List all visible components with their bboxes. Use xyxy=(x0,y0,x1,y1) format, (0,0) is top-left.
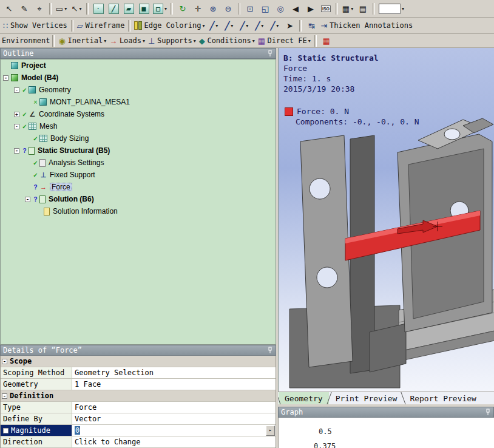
tree-item-project[interactable]: Project xyxy=(1,59,276,72)
property-value[interactable]: Vector xyxy=(72,413,276,424)
edge-mesh-icon[interactable]: ╱ xyxy=(222,19,236,32)
reset-annotation-icon[interactable]: ↹ xyxy=(304,19,319,32)
tree-item-mesh[interactable]: - ✓ Mesh xyxy=(1,120,276,132)
collapse-toggle[interactable]: - xyxy=(14,87,19,93)
manage-views-icon[interactable]: ▤ xyxy=(356,2,370,15)
supports-button[interactable]: ⊥ Supports xyxy=(147,35,197,47)
details-category-definition[interactable]: - Definition xyxy=(1,390,276,402)
tree-item-fixed-support[interactable]: ✓ ⊥ Fixed Support xyxy=(1,169,276,181)
inertial-button[interactable]: ◉ Inertial xyxy=(57,35,107,47)
details-row-magnitude[interactable]: Magnitude 0 ▸ xyxy=(1,425,276,436)
property-value[interactable]: Click to Change xyxy=(72,436,276,447)
pick-mode-icon[interactable]: ↖ xyxy=(69,2,84,15)
worksheet-icon[interactable]: ▦ xyxy=(319,35,334,47)
graph-plot-area[interactable]: 0.5 0.375 xyxy=(278,418,494,448)
collapse-toggle[interactable]: - xyxy=(25,197,30,202)
wireframe-button[interactable]: ▱ Wireframe xyxy=(76,19,126,32)
tree-item-solution-information[interactable]: Solution Information xyxy=(1,205,276,217)
magnitude-input[interactable]: 0 ▸ xyxy=(72,425,276,436)
prev-view-icon[interactable]: ◀ xyxy=(288,2,303,15)
property-label: Geometry xyxy=(1,379,72,390)
next-view-icon[interactable]: ▶ xyxy=(303,2,318,15)
tree-item-body-sizing[interactable]: ✓ Body Sizing xyxy=(1,132,276,144)
collapse-toggle[interactable]: - xyxy=(2,359,7,364)
tab-print-preview[interactable]: Print Preview xyxy=(330,392,404,404)
body-sizing-icon xyxy=(39,135,47,142)
collapse-toggle[interactable]: - xyxy=(14,124,19,129)
coordinate-systems-icon: ∠ xyxy=(29,110,36,118)
pin-icon[interactable] xyxy=(267,50,273,57)
outline-panel-header: Outline xyxy=(0,48,276,59)
tree-item-geometry[interactable]: - ✓ Geometry xyxy=(1,84,276,96)
direct-fe-button[interactable]: ▦ Direct FE xyxy=(257,35,312,47)
collapse-toggle[interactable]: - xyxy=(2,393,7,399)
show-vertices-button[interactable]: ∷ Show Vertices xyxy=(2,19,69,32)
details-table: - Scope Scoping Method Geometry Selectio… xyxy=(0,356,276,448)
tab-geometry[interactable]: Geometry xyxy=(279,392,329,404)
tree-item-label: Analysis Settings xyxy=(49,158,104,167)
tree-item-force[interactable]: ? → Force xyxy=(1,181,276,193)
filter-edge-icon[interactable]: ╱ xyxy=(106,2,121,15)
thicken-annotations-button[interactable]: ⇥ Thicken Annotations xyxy=(319,19,414,32)
probe-icon[interactable]: ⌖ xyxy=(32,2,47,15)
commit-arrow-icon[interactable]: ➤ xyxy=(282,19,297,32)
annotation-icon[interactable]: ✎ xyxy=(17,2,32,15)
pan-icon[interactable]: ✛ xyxy=(191,2,205,15)
direct-fe-icon: ▦ xyxy=(258,37,265,45)
filter-vertex-icon[interactable]: · xyxy=(91,2,106,15)
tree-item-part[interactable]: × MONT_PLAINA_MESA1 xyxy=(1,96,276,108)
details-row-define-by[interactable]: Define By Vector xyxy=(1,413,276,425)
magnifier-icon[interactable]: ◎ xyxy=(273,2,288,15)
edge-thickness-icon[interactable]: ╱ xyxy=(267,19,282,32)
conditions-button[interactable]: ◆ Conditions xyxy=(198,35,256,47)
edge-coloring-icon xyxy=(134,21,142,30)
tree-item-model[interactable]: - Model (B4) xyxy=(1,72,276,84)
details-row-type[interactable]: Type Force xyxy=(1,402,276,413)
tree-item-label: Static Structural (B5) xyxy=(38,146,110,155)
extend-selection-icon[interactable]: ◻ xyxy=(152,2,168,15)
tree-item-static-structural[interactable]: - ? Static Structural (B5) xyxy=(1,144,276,157)
graphics-viewport[interactable]: B: Static Structural Force Time: 1. s 20… xyxy=(278,48,494,392)
property-value[interactable]: Geometry Selection xyxy=(72,367,276,378)
details-row-geometry[interactable]: Geometry 1 Face xyxy=(1,379,276,390)
flyout-arrow-icon[interactable]: ▸ xyxy=(266,426,275,436)
details-category-scope[interactable]: - Scope xyxy=(1,356,276,367)
zoom-in-icon[interactable]: ⊕ xyxy=(206,2,220,15)
viewports-icon[interactable]: ▦ xyxy=(340,2,355,15)
tree-item-solution[interactable]: - ? Solution (B6) xyxy=(1,193,276,205)
display-style-combo[interactable] xyxy=(377,2,405,15)
loads-button[interactable]: → Loads xyxy=(108,35,146,47)
details-row-scoping-method[interactable]: Scoping Method Geometry Selection xyxy=(1,367,276,379)
collapse-toggle[interactable]: - xyxy=(3,75,8,81)
details-row-direction[interactable]: Direction Click to Change xyxy=(1,436,276,448)
property-label-selected[interactable]: Magnitude xyxy=(1,425,72,436)
iso-view-icon[interactable]: ISO xyxy=(319,2,333,15)
tab-report-preview[interactable]: Report Preview xyxy=(404,392,482,404)
details-panel-header: Details of “Force” xyxy=(0,345,276,356)
solution-icon xyxy=(39,195,46,203)
parameter-checkbox[interactable] xyxy=(3,428,8,433)
tree-item-label: Mesh xyxy=(39,122,57,131)
edge-direction-icon[interactable]: ╱ xyxy=(206,19,221,32)
pin-icon[interactable] xyxy=(267,347,273,354)
box-select-icon[interactable]: ▭ xyxy=(54,2,69,15)
rotate-icon[interactable]: ↻ xyxy=(175,2,190,15)
property-value[interactable]: 1 Face xyxy=(72,379,276,390)
property-value[interactable]: Force xyxy=(72,402,276,413)
filter-body-icon[interactable]: ◼ xyxy=(137,2,151,15)
load-name: Force xyxy=(283,63,379,73)
tree-item-analysis-settings[interactable]: ✓ Analysis Settings xyxy=(1,157,276,169)
expand-toggle[interactable]: + xyxy=(14,112,19,117)
zoom-out-icon[interactable]: ⊖ xyxy=(221,2,235,15)
select-arrow-icon[interactable]: ↖ xyxy=(2,2,16,15)
filter-face-icon[interactable]: ▰ xyxy=(121,2,136,15)
pin-icon[interactable] xyxy=(485,409,491,416)
edge-coloring-button[interactable]: Edge Coloring xyxy=(133,19,206,32)
collapse-toggle[interactable]: - xyxy=(14,148,19,154)
tree-item-coordinate-systems[interactable]: + ✓ ∠ Coordinate Systems xyxy=(1,108,276,120)
edge-curvature-icon[interactable]: ╱ xyxy=(237,19,251,32)
edge-constraint-icon[interactable]: ╱ xyxy=(252,19,266,32)
model-3d[interactable] xyxy=(279,48,494,392)
zoom-fit-icon[interactable]: ◱ xyxy=(258,2,272,15)
box-zoom-icon[interactable]: ⊡ xyxy=(243,2,257,15)
